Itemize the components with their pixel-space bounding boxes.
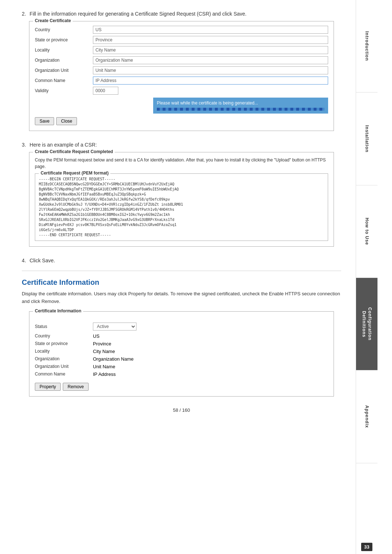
state-row: State or province	[35, 36, 328, 44]
step-2: 2. Fill in the information required for …	[22, 11, 341, 131]
sidebar-introduction-label: Introduction	[364, 31, 369, 61]
cert-state-label: State or province	[35, 341, 93, 346]
cert-commonname-value: IP Address	[93, 372, 116, 377]
cert-orgunit-row: Organization Unit Unit Name	[35, 364, 328, 369]
cert-state-row: State or province Province	[35, 341, 328, 346]
page-footer: 58 / 160	[22, 407, 341, 413]
state-label: State or province	[35, 37, 93, 42]
country-label: Country	[35, 27, 93, 32]
cert-state-value: Province	[93, 341, 111, 346]
commonname-input[interactable]	[93, 77, 328, 85]
cert-locality-label: Locality	[35, 349, 93, 354]
org-input[interactable]	[93, 56, 328, 64]
cert-info-description: Display the certificate information. Use…	[22, 290, 341, 305]
pem-box: Certificate Request (PEM format) -----BE…	[35, 173, 328, 241]
step-4: 4. Click Save.	[22, 258, 341, 263]
save-button[interactable]: Save	[35, 117, 54, 125]
validity-row: Validity	[35, 87, 328, 95]
right-sidebar: Introduction Installation How to Use Con…	[356, 0, 377, 554]
country-input[interactable]	[93, 26, 328, 34]
orgunit-input[interactable]	[93, 66, 328, 74]
page-number: 58 / 160	[173, 407, 190, 413]
status-label: Status	[35, 324, 93, 329]
validity-input[interactable]	[93, 87, 118, 95]
org-label: Organization	[35, 58, 93, 63]
sidebar-config-defs-label: ConfigurationDefinitions	[361, 307, 373, 341]
step-3: 3. Here is an example of a CSR: Create C…	[22, 142, 341, 247]
commonname-row: Common Name	[35, 77, 328, 85]
close-button[interactable]: Close	[56, 117, 77, 125]
commonname-label: Common Name	[35, 78, 93, 83]
pem-title: Certificate Request (PEM format)	[39, 171, 110, 176]
cert-org-row: Organization Organization Name	[35, 356, 328, 362]
create-cert-title: Create Certificate	[33, 18, 73, 23]
orgunit-label: Organization Unit	[35, 68, 93, 73]
cert-locality-value: City Name	[93, 349, 115, 354]
step-3-label: 3. Here is an example of a CSR:	[22, 142, 341, 148]
sidebar-how-to-use: How to Use	[356, 185, 377, 278]
cert-locality-row: Locality City Name	[35, 349, 328, 354]
cert-org-label: Organization	[35, 356, 93, 361]
sidebar-installation: Installation	[356, 93, 377, 185]
cert-info-heading: Certificate Information	[22, 278, 341, 287]
cert-info-box: Certificate Information Status Active Co…	[29, 311, 334, 397]
sidebar-installation-label: Installation	[364, 125, 369, 152]
sidebar-appendix: Appendix	[356, 370, 377, 463]
country-row: Country	[35, 26, 328, 34]
csr-box-title: Create Certificate Request Completed	[33, 149, 115, 154]
cert-info-box-title: Certificate Information	[33, 308, 83, 313]
sidebar-config-defs: ConfigurationDefinitions	[356, 278, 377, 370]
locality-input[interactable]	[93, 46, 328, 54]
cert-orgunit-label: Organization Unit	[35, 364, 93, 369]
create-certificate-form: Create Certificate Country State or prov…	[29, 21, 334, 131]
sidebar-page-number: 33	[361, 543, 372, 551]
step-2-label: 2. Fill in the information required for …	[22, 11, 341, 17]
status-row: Status Active	[35, 323, 328, 331]
cert-info-section: Certificate Information Display the cert…	[22, 278, 341, 397]
remove-button[interactable]: Remove	[63, 383, 89, 391]
validity-label: Validity	[35, 88, 93, 93]
cert-commonname-row: Common Name IP Address	[35, 372, 328, 377]
create-cert-buttons: Save Close	[35, 117, 328, 125]
loading-message: Please wait while the certificate is bei…	[153, 98, 328, 114]
org-row: Organization	[35, 56, 328, 64]
cert-country-row: Country US	[35, 333, 328, 339]
state-input[interactable]	[93, 36, 328, 44]
cert-commonname-label: Common Name	[35, 372, 93, 377]
sidebar-introduction: Introduction	[356, 0, 377, 93]
cert-country-value: US	[93, 333, 99, 339]
csr-description: Copy the PEM format request below and se…	[35, 157, 328, 170]
cert-country-label: Country	[35, 333, 93, 338]
loading-bar	[157, 108, 324, 111]
csr-example-box: Create Certificate Request Completed Cop…	[29, 152, 334, 247]
sidebar-how-to-use-label: How to Use	[364, 218, 369, 245]
locality-label: Locality	[35, 48, 93, 53]
property-button[interactable]: Property	[35, 383, 61, 391]
cert-orgunit-value: Unit Name	[93, 364, 115, 369]
locality-row: Locality	[35, 46, 328, 54]
orgunit-row: Organization Unit	[35, 66, 328, 74]
cert-org-value: Organization Name	[93, 356, 134, 362]
status-select[interactable]: Active	[93, 323, 136, 331]
pem-content: -----BEGIN CERTIFICATE REQUEST----- MIIB…	[39, 177, 324, 238]
sidebar-appendix-label: Appendix	[364, 405, 369, 428]
